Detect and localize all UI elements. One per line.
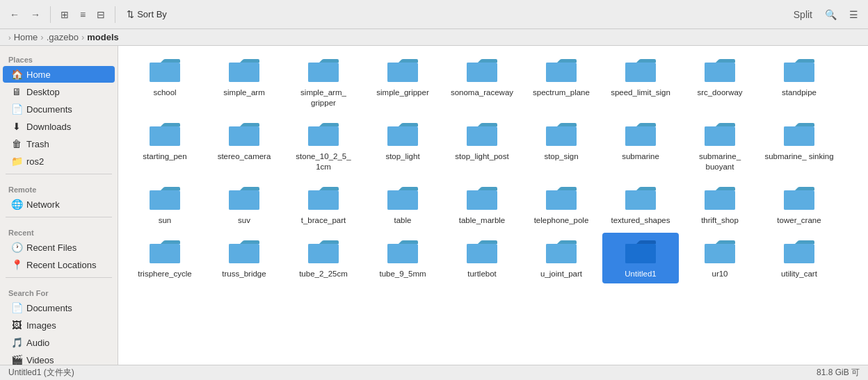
videos-icon: 🎬: [11, 354, 22, 365]
breadcrumb-home[interactable]: Home: [14, 32, 38, 42]
folder-item-trisphere_cycle[interactable]: trisphere_cycle: [127, 233, 203, 283]
sidebar-item-ros2[interactable]: 📁 ros2: [3, 153, 115, 170]
view-grid-button[interactable]: ⊞: [56, 6, 73, 23]
sidebar-item-network[interactable]: 🌐 Network: [3, 196, 115, 213]
folder-item-stone_10_2_5_1cm[interactable]: stone_10_2_5_ 1cm: [285, 115, 362, 176]
folder-label-sonoma_raceway: sonoma_raceway: [451, 88, 513, 98]
folder-icon-table: [386, 185, 419, 213]
trash-icon: 🗑: [11, 138, 22, 149]
svg-rect-13: [625, 64, 656, 82]
search-button[interactable]: 🔍: [821, 6, 841, 23]
folder-icon-simple_arm: [227, 57, 261, 85]
breadcrumb-arrow[interactable]: ›: [8, 33, 11, 42]
forward-button[interactable]: →: [26, 6, 45, 23]
folder-label-submarine_buoyant: submarine_ buoyant: [685, 151, 755, 172]
folder-item-suv[interactable]: suv: [206, 179, 282, 230]
folder-label-school: school: [153, 88, 176, 98]
folder-label-submarine: submarine: [622, 151, 659, 162]
folder-item-stop_light_post[interactable]: stop_light_post: [444, 115, 520, 176]
folder-item-spectrum_plane[interactable]: spectrum_plane: [523, 51, 600, 113]
folder-label-stop_sign: stop_sign: [544, 151, 578, 162]
view-list-button[interactable]: ≡: [76, 6, 90, 23]
folder-item-truss_bridge[interactable]: truss_bridge: [206, 233, 282, 283]
split-button[interactable]: Split: [789, 6, 817, 23]
svg-rect-27: [467, 128, 497, 146]
folder-item-submarine_sinking[interactable]: submarine_ sinking: [761, 115, 837, 176]
folder-item-textured_shapes[interactable]: textured_shapes: [602, 179, 679, 230]
folder-label-utility_cart: utility_cart: [781, 269, 817, 279]
folder-item-stop_sign[interactable]: stop_sign: [523, 115, 600, 176]
folder-item-table[interactable]: table: [364, 179, 441, 230]
sidebar-item-home[interactable]: 🏠 Home: [3, 66, 115, 83]
sidebar-item-desktop[interactable]: 🖥 Desktop: [3, 83, 115, 100]
sidebar-item-images[interactable]: 🖼 Images: [3, 317, 115, 333]
ros2-icon: 📁: [11, 156, 22, 167]
places-label: Places: [0, 49, 118, 65]
folder-item-src_doorway[interactable]: src_doorway: [682, 51, 758, 113]
sidebar-item-recent-files[interactable]: 🕐 Recent Files: [3, 239, 115, 256]
folder-icon-simple_arm_gripper: [307, 57, 340, 85]
recent-locations-icon: 📍: [11, 259, 22, 270]
sidebar-item-videos[interactable]: 🎬 Videos: [3, 352, 115, 365]
folder-label-sun: sun: [159, 215, 172, 226]
folder-icon-spectrum_plane: [545, 57, 578, 85]
folder-item-tube_2_25cm[interactable]: tube_2_25cm: [285, 233, 362, 283]
folder-item-stereo_camera[interactable]: stereo_camera: [206, 115, 282, 176]
sidebar-item-documents[interactable]: 📄 Documents: [3, 101, 115, 117]
sidebar-item-audio[interactable]: 🎵 Audio: [3, 334, 115, 351]
folder-item-t_brace_part[interactable]: t_brace_part: [285, 179, 362, 230]
folder-item-submarine[interactable]: submarine: [602, 115, 679, 176]
folder-item-standpipe[interactable]: standpipe: [761, 51, 837, 113]
folder-icon-turtlebot: [465, 238, 499, 266]
folder-item-stop_light[interactable]: stop_light: [364, 115, 441, 176]
folder-item-simple_gripper[interactable]: simple_gripper: [364, 51, 441, 113]
sidebar-item-trash[interactable]: 🗑 Trash: [3, 135, 115, 152]
sidebar-item-documents2[interactable]: 📄 Documents: [3, 299, 115, 316]
sidebar-images-label: Images: [26, 320, 56, 331]
sidebar-home-label: Home: [26, 69, 51, 80]
folder-icon-tube_9_5mm: [386, 238, 419, 266]
svg-rect-33: [705, 128, 735, 146]
folder-item-speed_limit_sign[interactable]: speed_limit_sign: [602, 51, 679, 113]
sidebar-trash-label: Trash: [26, 139, 49, 149]
folder-icon-suv: [227, 185, 261, 213]
folder-item-turtlebot[interactable]: turtlebot: [444, 233, 520, 283]
folder-item-u_joint_part[interactable]: u_joint_part: [523, 233, 600, 283]
folder-item-simple_arm_gripper[interactable]: simple_arm_ gripper: [285, 51, 362, 113]
breadcrumb-current: models: [87, 32, 119, 42]
sidebar-ros2-label: ros2: [26, 156, 44, 167]
folder-item-thrift_shop[interactable]: thrift_shop: [682, 179, 758, 230]
svg-rect-57: [229, 245, 259, 263]
folder-item-simple_arm[interactable]: simple_arm: [206, 51, 282, 113]
folder-icon-starting_pen: [148, 121, 182, 149]
menu-button[interactable]: ☰: [845, 6, 862, 23]
folder-item-telephone_pole[interactable]: telephone_pole: [523, 179, 600, 230]
breadcrumb-gazebo[interactable]: .gazebo: [47, 32, 79, 42]
main-layout: Places 🏠 Home 🖥 Desktop 📄 Documents ⬇ Do…: [0, 46, 868, 365]
documents2-icon: 📄: [11, 302, 22, 313]
sidebar-item-downloads[interactable]: ⬇ Downloads: [3, 118, 115, 135]
folder-item-sonoma_raceway[interactable]: sonoma_raceway: [444, 51, 520, 113]
folder-item-starting_pen[interactable]: starting_pen: [127, 115, 203, 176]
folder-icon-submarine_sinking: [782, 121, 816, 149]
folder-item-utility_cart[interactable]: utility_cart: [761, 233, 837, 283]
view-compact-button[interactable]: ⊟: [93, 6, 109, 23]
svg-rect-53: [784, 192, 814, 210]
folder-label-table: table: [394, 215, 412, 226]
sort-by-button[interactable]: ⇅ Sort By: [121, 6, 172, 22]
folder-item-sun[interactable]: sun: [127, 179, 203, 230]
back-button[interactable]: ←: [6, 6, 24, 23]
folder-item-school[interactable]: school: [127, 51, 203, 113]
folder-icon-stereo_camera: [227, 121, 261, 149]
folder-item-ur10[interactable]: ur10: [682, 233, 758, 283]
folder-item-submarine_buoyant[interactable]: submarine_ buoyant: [682, 115, 758, 176]
sidebar-item-recent-locations[interactable]: 📍 Recent Locations: [3, 256, 115, 273]
sidebar-recent-files-label: Recent Files: [26, 242, 77, 253]
folder-item-Untitled1[interactable]: Untitled1: [602, 233, 679, 283]
folder-item-tower_crane[interactable]: tower_crane: [761, 179, 837, 230]
folder-label-stereo_camera: stereo_camera: [218, 151, 271, 162]
svg-rect-1: [150, 64, 180, 82]
folder-item-tube_9_5mm[interactable]: tube_9_5mm: [364, 233, 441, 283]
folder-label-standpipe: standpipe: [782, 88, 817, 98]
folder-item-table_marble[interactable]: table_marble: [444, 179, 520, 230]
